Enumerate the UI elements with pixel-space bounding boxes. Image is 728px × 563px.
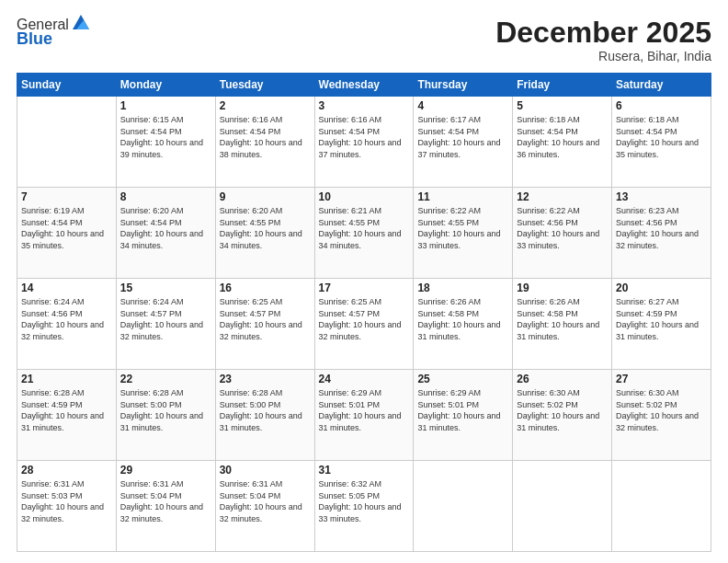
cell-sunrise: Sunrise: 6:27 AM	[616, 296, 707, 308]
cell-daylight: Daylight: 10 hours and 32 minutes.	[120, 501, 211, 524]
calendar-week-row: 1 Sunrise: 6:15 AM Sunset: 4:54 PM Dayli…	[17, 97, 711, 188]
cell-day-number: 13	[616, 190, 707, 203]
cell-info: Sunrise: 6:16 AM Sunset: 4:54 PM Dayligh…	[319, 114, 410, 160]
cell-sunset: Sunset: 5:01 PM	[319, 399, 410, 411]
cell-sunrise: Sunrise: 6:31 AM	[220, 478, 311, 490]
cell-daylight: Daylight: 10 hours and 31 minutes.	[616, 319, 707, 342]
cell-sunrise: Sunrise: 6:25 AM	[319, 296, 410, 308]
cell-sunrise: Sunrise: 6:31 AM	[21, 478, 112, 490]
cell-info: Sunrise: 6:18 AM Sunset: 4:54 PM Dayligh…	[517, 114, 608, 160]
cell-sunset: Sunset: 4:57 PM	[220, 308, 311, 320]
location-subtitle: Rusera, Bihar, India	[495, 49, 711, 63]
table-row: 19 Sunrise: 6:26 AM Sunset: 4:58 PM Dayl…	[513, 279, 612, 370]
cell-info: Sunrise: 6:31 AM Sunset: 5:04 PM Dayligh…	[220, 478, 311, 524]
cell-day-number: 28	[21, 464, 112, 477]
table-row: 2 Sunrise: 6:16 AM Sunset: 4:54 PM Dayli…	[215, 97, 314, 188]
calendar-week-row: 21 Sunrise: 6:28 AM Sunset: 4:59 PM Dayl…	[17, 370, 711, 461]
cell-sunrise: Sunrise: 6:16 AM	[319, 114, 410, 126]
table-row: 27 Sunrise: 6:30 AM Sunset: 5:02 PM Dayl…	[612, 370, 711, 461]
cell-sunrise: Sunrise: 6:23 AM	[616, 205, 707, 217]
col-saturday: Saturday	[612, 74, 711, 97]
cell-sunset: Sunset: 5:03 PM	[21, 490, 112, 502]
cell-sunrise: Sunrise: 6:29 AM	[417, 387, 508, 399]
cell-day-number: 25	[417, 373, 508, 385]
cell-info: Sunrise: 6:22 AM Sunset: 4:55 PM Dayligh…	[417, 205, 508, 251]
cell-info: Sunrise: 6:30 AM Sunset: 5:02 PM Dayligh…	[517, 387, 608, 433]
table-row: 11 Sunrise: 6:22 AM Sunset: 4:55 PM Dayl…	[414, 188, 513, 279]
table-row	[414, 461, 513, 552]
table-row: 5 Sunrise: 6:18 AM Sunset: 4:54 PM Dayli…	[513, 97, 612, 188]
cell-day-number: 4	[417, 99, 508, 112]
cell-day-number: 18	[417, 282, 508, 294]
cell-sunrise: Sunrise: 6:24 AM	[21, 296, 112, 308]
cell-sunset: Sunset: 4:55 PM	[220, 217, 311, 229]
cell-daylight: Daylight: 10 hours and 35 minutes.	[616, 137, 707, 160]
table-row: 18 Sunrise: 6:26 AM Sunset: 4:58 PM Dayl…	[414, 279, 513, 370]
cell-daylight: Daylight: 10 hours and 36 minutes.	[517, 137, 608, 160]
cell-info: Sunrise: 6:18 AM Sunset: 4:54 PM Dayligh…	[616, 114, 707, 160]
cell-day-number: 17	[319, 282, 410, 294]
cell-day-number: 7	[21, 190, 112, 203]
cell-sunrise: Sunrise: 6:20 AM	[220, 205, 311, 217]
table-row: 15 Sunrise: 6:24 AM Sunset: 4:57 PM Dayl…	[116, 279, 215, 370]
cell-info: Sunrise: 6:24 AM Sunset: 4:57 PM Dayligh…	[120, 296, 211, 342]
cell-day-number: 10	[319, 190, 410, 203]
cell-sunset: Sunset: 5:04 PM	[220, 490, 311, 502]
cell-sunset: Sunset: 4:54 PM	[120, 126, 211, 138]
cell-daylight: Daylight: 10 hours and 33 minutes.	[319, 501, 410, 524]
table-row: 13 Sunrise: 6:23 AM Sunset: 4:56 PM Dayl…	[612, 188, 711, 279]
cell-daylight: Daylight: 10 hours and 35 minutes.	[21, 228, 112, 251]
cell-info: Sunrise: 6:16 AM Sunset: 4:54 PM Dayligh…	[220, 114, 311, 160]
cell-sunrise: Sunrise: 6:29 AM	[319, 387, 410, 399]
title-block: December 2025 Rusera, Bihar, India	[495, 17, 711, 63]
table-row: 1 Sunrise: 6:15 AM Sunset: 4:54 PM Dayli…	[116, 97, 215, 188]
cell-daylight: Daylight: 10 hours and 31 minutes.	[220, 410, 311, 433]
cell-info: Sunrise: 6:15 AM Sunset: 4:54 PM Dayligh…	[120, 114, 211, 160]
table-row: 8 Sunrise: 6:20 AM Sunset: 4:54 PM Dayli…	[116, 188, 215, 279]
cell-info: Sunrise: 6:26 AM Sunset: 4:58 PM Dayligh…	[517, 296, 608, 342]
cell-info: Sunrise: 6:22 AM Sunset: 4:56 PM Dayligh…	[517, 205, 608, 251]
cell-sunrise: Sunrise: 6:16 AM	[220, 114, 311, 126]
cell-info: Sunrise: 6:17 AM Sunset: 4:54 PM Dayligh…	[417, 114, 508, 160]
cell-info: Sunrise: 6:29 AM Sunset: 5:01 PM Dayligh…	[417, 387, 508, 433]
cell-sunrise: Sunrise: 6:22 AM	[417, 205, 508, 217]
cell-info: Sunrise: 6:31 AM Sunset: 5:03 PM Dayligh…	[21, 478, 112, 524]
cell-daylight: Daylight: 10 hours and 39 minutes.	[120, 137, 211, 160]
cell-info: Sunrise: 6:25 AM Sunset: 4:57 PM Dayligh…	[220, 296, 311, 342]
cell-info: Sunrise: 6:29 AM Sunset: 5:01 PM Dayligh…	[319, 387, 410, 433]
cell-day-number: 26	[517, 373, 608, 385]
cell-info: Sunrise: 6:19 AM Sunset: 4:54 PM Dayligh…	[21, 205, 112, 251]
cell-day-number: 14	[21, 282, 112, 294]
table-row	[612, 461, 711, 552]
header: General Blue December 2025 Rusera, Bihar…	[17, 17, 711, 63]
table-row: 28 Sunrise: 6:31 AM Sunset: 5:03 PM Dayl…	[17, 461, 117, 552]
table-row: 31 Sunrise: 6:32 AM Sunset: 5:05 PM Dayl…	[314, 461, 414, 552]
cell-sunrise: Sunrise: 6:26 AM	[517, 296, 608, 308]
cell-info: Sunrise: 6:25 AM Sunset: 4:57 PM Dayligh…	[319, 296, 410, 342]
cell-info: Sunrise: 6:20 AM Sunset: 4:55 PM Dayligh…	[220, 205, 311, 251]
cell-sunset: Sunset: 5:02 PM	[517, 399, 608, 411]
cell-daylight: Daylight: 10 hours and 32 minutes.	[120, 319, 211, 342]
cell-info: Sunrise: 6:24 AM Sunset: 4:56 PM Dayligh…	[21, 296, 112, 342]
cell-sunset: Sunset: 4:59 PM	[21, 399, 112, 411]
cell-daylight: Daylight: 10 hours and 34 minutes.	[220, 228, 311, 251]
table-row: 9 Sunrise: 6:20 AM Sunset: 4:55 PM Dayli…	[215, 188, 314, 279]
col-monday: Monday	[116, 74, 215, 97]
cell-daylight: Daylight: 10 hours and 32 minutes.	[319, 319, 410, 342]
cell-daylight: Daylight: 10 hours and 31 minutes.	[120, 410, 211, 433]
cell-day-number: 9	[220, 190, 311, 203]
cell-sunrise: Sunrise: 6:30 AM	[517, 387, 608, 399]
cell-day-number: 31	[319, 464, 410, 477]
cell-day-number: 12	[517, 190, 608, 203]
cell-day-number: 19	[517, 282, 608, 294]
cell-sunset: Sunset: 4:55 PM	[417, 217, 508, 229]
calendar-header-row: Sunday Monday Tuesday Wednesday Thursday…	[17, 74, 711, 97]
cell-sunset: Sunset: 4:59 PM	[616, 308, 707, 320]
cell-daylight: Daylight: 10 hours and 31 minutes.	[417, 410, 508, 433]
cell-sunrise: Sunrise: 6:25 AM	[220, 296, 311, 308]
cell-sunset: Sunset: 5:05 PM	[319, 490, 410, 502]
cell-sunrise: Sunrise: 6:15 AM	[120, 114, 211, 126]
cell-info: Sunrise: 6:28 AM Sunset: 5:00 PM Dayligh…	[220, 387, 311, 433]
logo-icon	[71, 13, 91, 33]
cell-info: Sunrise: 6:31 AM Sunset: 5:04 PM Dayligh…	[120, 478, 211, 524]
